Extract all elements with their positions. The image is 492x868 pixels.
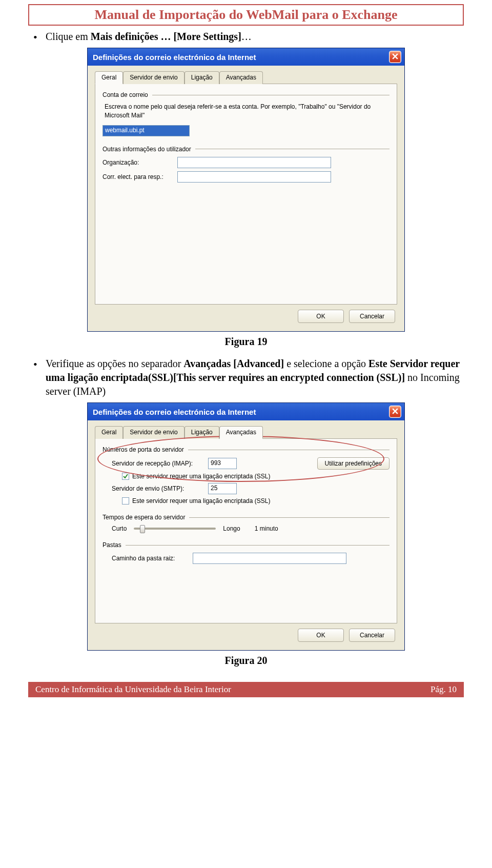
dialog-title-2: Definições do correio electrónico da Int… — [93, 408, 256, 416]
document-title-box: Manual de Importação do WebMail para o E… — [28, 4, 464, 26]
footer-left: Centro de Informática da Universidade da… — [35, 684, 231, 695]
ok-button-2[interactable]: OK — [298, 629, 344, 642]
close-button[interactable] — [389, 51, 401, 63]
figure-19-caption: Figura 19 — [28, 336, 464, 348]
org-label: Organização: — [102, 159, 174, 166]
legend-userinfo: Outras informações do utilizador — [102, 146, 191, 153]
tab-ligacao[interactable]: Ligação — [184, 71, 219, 84]
close-icon — [392, 408, 398, 416]
bullet-item-2: Verifique as opções no separador Avançad… — [28, 357, 464, 398]
imap-port-input[interactable]: 993 — [208, 458, 237, 469]
dialog-geral: Definições do correio electrónico da Int… — [87, 48, 405, 332]
tab-avancadas-2[interactable]: Avançadas — [219, 426, 263, 439]
ssl-smtp-label: Este servidor requer uma ligação encript… — [132, 497, 270, 504]
ssl-imap-label: Este servidor requer uma ligação encript… — [132, 473, 270, 480]
close-button-2[interactable] — [389, 406, 401, 418]
document-title: Manual de Importação do WebMail para o E… — [94, 7, 397, 22]
legend-ports: Números de porta do servidor — [102, 446, 184, 453]
root-folder-input[interactable] — [193, 553, 346, 564]
imap-label: Servidor de recepção (IMAP): — [112, 460, 204, 467]
ssl-smtp-checkbox[interactable] — [122, 497, 129, 504]
cancel-button-2[interactable]: Cancelar — [349, 629, 395, 642]
timeout-short-label: Curto — [112, 525, 127, 532]
account-name-input[interactable]: webmail.ubi.pt — [102, 125, 190, 136]
ssl-imap-checkbox[interactable] — [122, 473, 129, 480]
cancel-button[interactable]: Cancelar — [349, 310, 395, 323]
smtp-label: Servidor de envio (SMTP): — [112, 485, 204, 492]
dialog-titlebar-2[interactable]: Definições do correio electrónico da Int… — [88, 403, 404, 420]
tabs-row-2: Geral Servidor de envio Ligação Avançada… — [95, 426, 397, 439]
footer-right: Pág. 10 — [430, 684, 457, 695]
reply-input[interactable] — [177, 171, 331, 183]
account-description: Escreva o nome pelo qual deseja referir-… — [105, 103, 389, 120]
legend-account: Conta de correio — [102, 91, 148, 98]
dialog-title: Definições do correio electrónico da Int… — [93, 53, 256, 62]
tab-geral-2[interactable]: Geral — [95, 426, 123, 439]
tab-ligacao-2[interactable]: Ligação — [184, 426, 219, 439]
ok-button[interactable]: OK — [298, 310, 344, 323]
bullet-item-1: Clique em Mais definições … [More Settin… — [28, 30, 464, 44]
dialog-titlebar[interactable]: Definições do correio electrónico da Int… — [88, 48, 404, 66]
tab-avancadas[interactable]: Avançadas — [219, 71, 263, 84]
use-defaults-button[interactable]: Utilizar predefinições — [317, 457, 389, 470]
tab-servidor-envio[interactable]: Servidor de envio — [123, 71, 184, 84]
dialog-avancadas: Definições do correio electrónico da Int… — [87, 402, 405, 651]
reply-label: Corr. elect. para resp.: — [102, 173, 174, 180]
timeout-slider[interactable] — [134, 528, 216, 530]
org-input[interactable] — [177, 157, 331, 168]
figure-20-caption: Figura 20 — [28, 655, 464, 667]
tab-geral[interactable]: Geral — [95, 71, 123, 84]
legend-folders: Pastas — [102, 541, 121, 549]
root-folder-label: Caminho da pasta raiz: — [112, 555, 189, 562]
smtp-port-input[interactable]: 25 — [208, 483, 237, 494]
close-icon — [392, 53, 398, 61]
tab-servidor-envio-2[interactable]: Servidor de envio — [123, 426, 184, 439]
timeout-long-label: Longo — [223, 525, 240, 532]
tabs-row: Geral Servidor de envio Ligação Avançada… — [95, 71, 397, 84]
timeout-value: 1 minuto — [255, 525, 278, 532]
page-footer: Centro de Informática da Universidade da… — [28, 682, 464, 697]
legend-timeout: Tempos de espera do servidor — [102, 514, 185, 521]
